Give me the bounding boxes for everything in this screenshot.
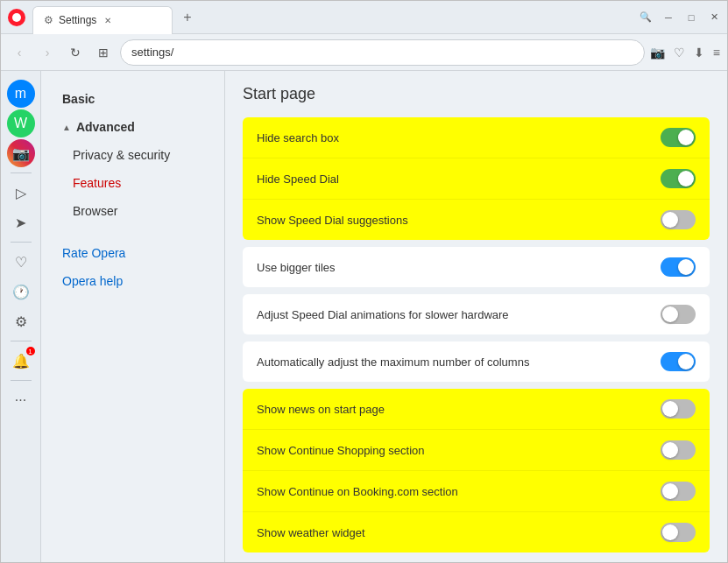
weather-toggle[interactable] (661, 523, 696, 542)
new-tab-button[interactable]: + (176, 6, 199, 29)
sidebar-item-features[interactable]: Features (41, 169, 224, 197)
setting-row-auto-columns: Automatically adjust the maximum number … (243, 341, 710, 382)
back-button[interactable]: ‹ (8, 41, 31, 64)
show-speed-dial-suggestions-toggle[interactable] (661, 210, 696, 229)
setting-row-bigger-tiles: Use bigger tiles (243, 247, 710, 287)
features-label: Features (73, 176, 121, 190)
settings-tab[interactable]: ⚙ Settings ✕ (32, 6, 173, 34)
notification-icon[interactable]: 🔔 1 (7, 347, 35, 375)
sidebar-divider-4 (11, 380, 32, 381)
shopping-label: Show Continue Shopping section (257, 444, 661, 457)
news-toggle[interactable] (661, 399, 696, 419)
privacy-label: Privacy & security (73, 148, 170, 162)
setting-row-animations: Adjust Speed Dial animations for slower … (243, 294, 710, 334)
bigger-tiles-toggle[interactable] (661, 257, 696, 277)
grid-button[interactable]: ⊞ (92, 41, 115, 64)
settings-sidebar-icon[interactable]: ⚙ (7, 307, 35, 335)
settings-sidebar: Basic ▲ Advanced Privacy & security Feat… (41, 71, 225, 562)
opera-help-label: Opera help (62, 274, 123, 288)
page-title: Start page (243, 85, 710, 103)
hide-search-label: Hide search box (257, 131, 661, 144)
setting-row-show-speed-dial-suggestions: Show Speed Dial suggestions (243, 200, 710, 240)
play-icon[interactable]: ▷ (7, 179, 35, 207)
search-button[interactable]: 🔍 (640, 11, 652, 24)
chevron-icon: ▲ (62, 123, 71, 132)
address-bar[interactable]: settings/ (120, 39, 645, 66)
title-bar: ⚙ Settings ✕ + 🔍 ─ □ ✕ (1, 1, 727, 34)
close-button[interactable]: ✕ (708, 11, 720, 24)
setting-row-hide-speed-dial: Hide Speed Dial (243, 158, 710, 200)
more-icon[interactable]: ··· (7, 386, 35, 414)
sidebar-icons: m W 📷 ▷ ➤ ♡ 🕐 ⚙ 🔔 1 ··· (1, 71, 41, 562)
setting-group-2: Use bigger tiles (243, 247, 710, 287)
setting-group-4: Automatically adjust the maximum number … (243, 341, 710, 382)
instagram-icon[interactable]: 📷 (7, 139, 35, 167)
setting-row-news: Show news on start page (243, 389, 710, 430)
forward-button[interactable]: › (36, 41, 59, 64)
auto-columns-label: Automatically adjust the maximum number … (257, 355, 661, 369)
heart-sidebar-icon[interactable]: ♡ (7, 248, 35, 276)
news-label: Show news on start page (257, 403, 661, 416)
tab-label: Settings (59, 14, 96, 26)
booking-toggle[interactable] (661, 482, 696, 501)
hide-speed-dial-label: Hide Speed Dial (257, 172, 661, 186)
address-text: settings/ (131, 46, 633, 59)
animations-toggle[interactable] (661, 305, 696, 324)
hide-search-toggle[interactable] (661, 128, 696, 147)
sidebar-divider-1 (11, 172, 32, 173)
animations-label: Adjust Speed Dial animations for slower … (257, 308, 661, 321)
nav-spacer (41, 225, 224, 239)
sidebar-item-advanced[interactable]: ▲ Advanced (41, 113, 224, 141)
heart-icon[interactable]: ♡ (674, 46, 685, 60)
send-icon[interactable]: ➤ (7, 208, 35, 236)
rate-opera-label: Rate Opera (62, 246, 125, 260)
camera-icon[interactable]: 📷 (650, 46, 665, 60)
sidebar-divider-2 (11, 242, 32, 243)
basic-label: Basic (62, 92, 95, 106)
auto-columns-toggle[interactable] (661, 352, 696, 371)
settings-content: Start page Hide search box Hide Speed Di… (225, 71, 727, 562)
nav-icons-right: 📷 ♡ ⬇ ≡ (650, 46, 720, 60)
sidebar-item-basic[interactable]: Basic (41, 85, 224, 113)
setting-group-5: Show news on start page Show Continue Sh… (243, 389, 710, 552)
booking-label: Show Continue on Booking.com section (257, 485, 661, 498)
refresh-button[interactable]: ↻ (64, 41, 87, 64)
setting-row-shopping: Show Continue Shopping section (243, 430, 710, 471)
sidebar-item-privacy[interactable]: Privacy & security (41, 141, 224, 169)
hide-speed-dial-toggle[interactable] (661, 169, 696, 188)
sidebar-item-opera-help[interactable]: Opera help (41, 267, 224, 295)
show-speed-dial-suggestions-label: Show Speed Dial suggestions (257, 214, 661, 227)
tab-close-button[interactable]: ✕ (102, 14, 114, 26)
title-bar-right: 🔍 ─ □ ✕ (640, 11, 720, 24)
sidebar-item-rate-opera[interactable]: Rate Opera (41, 239, 224, 267)
advanced-label: Advanced (76, 120, 135, 134)
setting-row-hide-search: Hide search box (243, 117, 710, 158)
sidebar-item-browser[interactable]: Browser (41, 197, 224, 225)
minimize-button[interactable]: ─ (662, 11, 675, 24)
browser-window: ⚙ Settings ✕ + 🔍 ─ □ ✕ ‹ › ↻ ⊞ settings/… (0, 0, 728, 563)
nav-bar: ‹ › ↻ ⊞ settings/ 📷 ♡ ⬇ ≡ (1, 34, 727, 71)
weather-label: Show weather widget (257, 526, 661, 539)
history-icon[interactable]: 🕐 (7, 278, 35, 306)
whatsapp-icon[interactable]: W (7, 109, 35, 137)
setting-row-booking: Show Continue on Booking.com section (243, 471, 710, 512)
setting-group-3: Adjust Speed Dial animations for slower … (243, 294, 710, 334)
sidebar-divider-3 (11, 341, 32, 341)
setting-row-weather: Show weather widget (243, 512, 710, 552)
messenger-icon[interactable]: m (7, 80, 35, 108)
setting-group-1: Hide search box Hide Speed Dial Show Spe… (243, 117, 710, 240)
opera-logo (8, 9, 25, 26)
gear-icon: ⚙ (44, 14, 53, 26)
menu-icon[interactable]: ≡ (713, 46, 720, 60)
shopping-toggle[interactable] (661, 440, 696, 460)
download-icon[interactable]: ⬇ (694, 46, 704, 60)
main-content: m W 📷 ▷ ➤ ♡ 🕐 ⚙ 🔔 1 ··· Basic ▲ (1, 71, 727, 562)
maximize-button[interactable]: □ (685, 11, 697, 24)
bigger-tiles-label: Use bigger tiles (257, 261, 661, 274)
notification-badge: 1 (26, 347, 35, 355)
browser-label: Browser (73, 204, 117, 218)
